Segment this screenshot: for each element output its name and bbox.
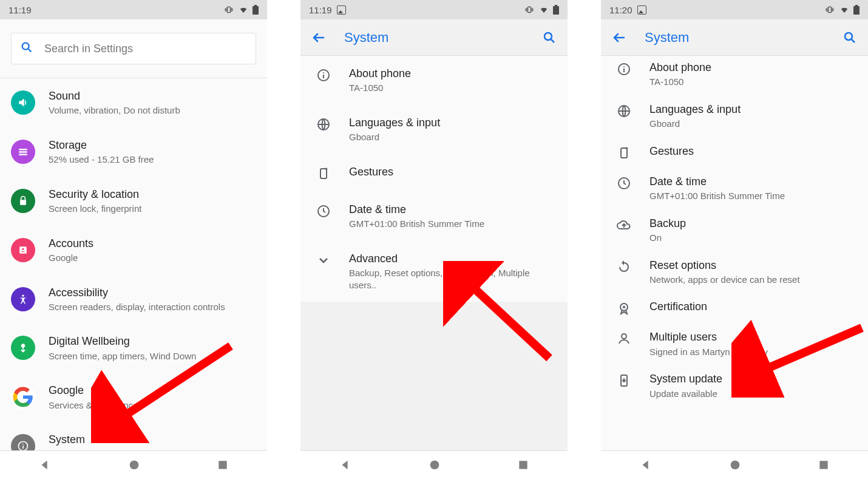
settings-row-storage[interactable]: Storage 52% used - 15.21 GB free bbox=[0, 127, 267, 177]
svg-rect-26 bbox=[520, 461, 527, 469]
row-about-phone[interactable]: About phone TA-1050 bbox=[601, 56, 868, 95]
search-area bbox=[0, 19, 267, 78]
svg-rect-41 bbox=[820, 461, 828, 469]
svg-rect-14 bbox=[219, 461, 227, 469]
row-reset-options[interactable]: Reset options Network, apps or device ca… bbox=[601, 251, 868, 293]
row-subtitle: Screen readers, display, interaction con… bbox=[49, 301, 256, 313]
svg-rect-2 bbox=[254, 5, 257, 6]
nav-bar bbox=[300, 450, 568, 481]
nav-home-icon[interactable] bbox=[728, 458, 742, 474]
back-button[interactable] bbox=[612, 30, 626, 45]
row-title: Languages & input bbox=[349, 116, 557, 130]
row-advanced[interactable]: Advanced Backup, Reset options, Certific… bbox=[300, 241, 568, 302]
svg-rect-7 bbox=[20, 200, 26, 205]
storage-icon bbox=[11, 140, 35, 164]
vibrate-icon bbox=[824, 5, 835, 14]
nav-recent-icon[interactable] bbox=[818, 459, 830, 473]
svg-point-19 bbox=[544, 33, 552, 40]
search-button[interactable] bbox=[542, 30, 557, 45]
settings-row-sound[interactable]: Sound Volume, vibration, Do not disturb bbox=[0, 78, 267, 127]
accessibility-icon bbox=[11, 287, 35, 311]
nav-back-icon[interactable] bbox=[38, 458, 52, 474]
settings-row-security[interactable]: Security & location Screen lock, fingerp… bbox=[0, 177, 267, 226]
row-system-update[interactable]: System update Update available bbox=[601, 365, 868, 407]
svg-point-13 bbox=[130, 460, 139, 469]
battery-icon bbox=[553, 5, 559, 15]
row-title: Advanced bbox=[349, 252, 557, 266]
nav-back-icon[interactable] bbox=[639, 458, 653, 474]
search-button[interactable] bbox=[843, 30, 857, 45]
screenshot-notification-icon bbox=[637, 5, 646, 15]
row-title: Languages & input bbox=[649, 103, 857, 117]
status-time: 11:20 bbox=[609, 5, 632, 15]
svg-point-9 bbox=[22, 248, 24, 249]
row-title: Accounts bbox=[49, 237, 256, 251]
back-button[interactable] bbox=[311, 30, 326, 45]
row-title: Security & location bbox=[49, 188, 256, 202]
phone-screen-2: 11:19 System About phone TA-1050 bbox=[300, 0, 568, 481]
status-time: 11:19 bbox=[8, 5, 32, 15]
google-icon bbox=[11, 385, 35, 409]
reset-icon bbox=[612, 259, 636, 274]
nav-home-icon[interactable] bbox=[127, 458, 141, 474]
row-certification[interactable]: Certification bbox=[601, 293, 868, 323]
settings-row-google[interactable]: Google Services & preferences bbox=[0, 373, 267, 422]
battery-icon bbox=[253, 5, 259, 15]
settings-row-accessibility[interactable]: Accessibility Screen readers, display, i… bbox=[0, 275, 267, 324]
nav-bar bbox=[0, 450, 267, 481]
row-languages[interactable]: Languages & input Gboard bbox=[601, 95, 868, 137]
nav-home-icon[interactable] bbox=[428, 458, 441, 474]
system-update-icon bbox=[612, 372, 636, 388]
globe-icon bbox=[311, 116, 336, 132]
svg-rect-23 bbox=[320, 169, 327, 178]
svg-rect-29 bbox=[853, 6, 860, 15]
row-title: Backup bbox=[649, 217, 857, 231]
lock-icon bbox=[11, 189, 35, 213]
status-bar: 11:19 bbox=[300, 0, 568, 19]
svg-point-33 bbox=[623, 66, 625, 67]
row-title: About phone bbox=[349, 67, 557, 81]
row-subtitle: Gboard bbox=[649, 118, 857, 130]
row-backup[interactable]: Backup On bbox=[601, 209, 868, 251]
svg-point-21 bbox=[323, 72, 324, 73]
row-date-time[interactable]: Date & time GMT+01:00 British Summer Tim… bbox=[300, 192, 568, 241]
nav-recent-icon[interactable] bbox=[217, 459, 229, 473]
search-input[interactable] bbox=[44, 42, 247, 55]
settings-row-wellbeing[interactable]: Digital Wellbeing Screen time, app timer… bbox=[0, 324, 267, 373]
row-subtitle: TA-1050 bbox=[349, 82, 557, 94]
row-subtitle: GMT+01:00 British Summer Time bbox=[349, 218, 557, 230]
row-subtitle: TA-1050 bbox=[649, 76, 857, 88]
svg-rect-17 bbox=[553, 6, 559, 15]
phone-screen-3: 11:20 System About phone TA-1050 bbox=[601, 0, 868, 481]
svg-rect-0 bbox=[228, 7, 231, 12]
svg-rect-5 bbox=[19, 151, 27, 153]
battery-icon bbox=[853, 5, 860, 15]
nav-back-icon[interactable] bbox=[339, 458, 352, 474]
row-languages[interactable]: Languages & input Gboard bbox=[300, 105, 568, 154]
row-date-time[interactable]: Date & time GMT+01:00 British Summer Tim… bbox=[601, 168, 868, 209]
nav-recent-icon[interactable] bbox=[517, 459, 529, 473]
row-gestures[interactable]: Gestures bbox=[601, 137, 868, 168]
settings-row-accounts[interactable]: Accounts Google bbox=[0, 226, 267, 275]
row-title: System bbox=[49, 433, 256, 447]
globe-icon bbox=[612, 103, 636, 118]
status-bar: 11:19 bbox=[0, 0, 267, 19]
vibrate-icon bbox=[223, 5, 234, 14]
app-bar: System bbox=[300, 19, 568, 56]
app-bar: System bbox=[601, 19, 868, 56]
system-list: About phone TA-1050 Languages & input Gb… bbox=[300, 56, 568, 302]
row-title: About phone bbox=[649, 61, 857, 75]
row-subtitle: Volume, vibration, Do not disturb bbox=[49, 104, 256, 117]
row-subtitle: Services & preferences bbox=[49, 399, 256, 412]
svg-point-12 bbox=[22, 444, 24, 445]
row-about-phone[interactable]: About phone TA-1050 bbox=[300, 56, 568, 105]
info-outline-icon bbox=[311, 67, 336, 83]
svg-rect-1 bbox=[253, 6, 259, 15]
row-title: Reset options bbox=[649, 259, 857, 273]
row-subtitle: GMT+01:00 British Summer Time bbox=[649, 190, 857, 202]
row-multiple-users[interactable]: Multiple users Signed in as Martyn Casse… bbox=[601, 323, 868, 365]
svg-point-38 bbox=[622, 334, 626, 339]
row-gestures[interactable]: Gestures bbox=[300, 154, 568, 192]
row-subtitle: Gboard bbox=[349, 131, 557, 143]
search-card[interactable] bbox=[11, 33, 256, 64]
